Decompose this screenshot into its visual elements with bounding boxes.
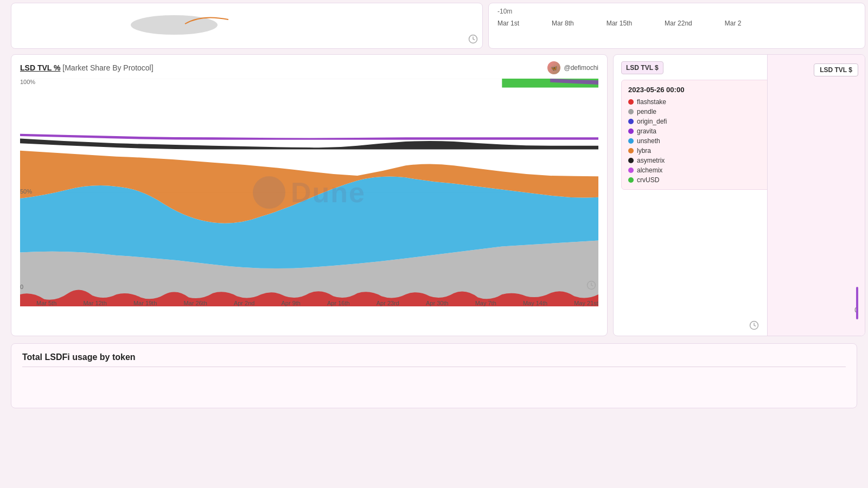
top-left-card <box>11 3 483 49</box>
x-label-3: Mar 26th <box>183 300 207 306</box>
area-chart <box>20 79 598 306</box>
x-label-2: Mar 19th <box>133 300 157 306</box>
y-axis-50: 50% <box>20 188 32 195</box>
chart-area: 100% 50% 0 <box>20 79 598 306</box>
chart-header: LSD TVL % [Market Share By Protocol] 🦋 @… <box>20 61 598 74</box>
right-panel-tab[interactable]: LSD TVL $ <box>814 63 858 76</box>
clock-icon <box>468 34 478 44</box>
x-label-1: Mar 12th <box>83 300 106 306</box>
bottom-section: Total LSDFi usage by token <box>11 343 857 408</box>
chart-author: 🦋 @defimochi <box>547 61 598 74</box>
right-panel-bar <box>856 287 858 319</box>
x-label-10: May 14th <box>523 300 547 306</box>
chart-clock-icon <box>586 280 596 290</box>
x-label-8: Apr 30th <box>426 300 449 306</box>
chart-card: LSD TVL % [Market Share By Protocol] 🦋 @… <box>11 54 608 336</box>
x-label-4: Apr 2nd <box>234 300 255 306</box>
y-axis-0: 0 <box>20 284 23 290</box>
chart-title-link[interactable]: LSD TVL % <box>20 63 60 72</box>
legend-clock-icon <box>749 320 759 330</box>
bottom-divider <box>22 367 846 367</box>
lsd-tvl-tab[interactable]: LSD TVL $ <box>621 61 663 74</box>
top-chart-decoration <box>120 9 228 41</box>
date-mar-end: Mar 2 <box>725 20 742 27</box>
x-label-7: Apr 23rd <box>376 300 399 306</box>
negative-label: -10m <box>497 8 856 15</box>
x-label-11: May 21st <box>574 300 598 306</box>
x-label-5: Apr 9th <box>281 300 300 306</box>
chart-title: LSD TVL % [Market Share By Protocol] <box>20 63 154 72</box>
author-name: @defimochi <box>564 64 598 72</box>
legend-panel: LSD TVL $ 2023-05-26 00:00 flashstake 3.… <box>613 54 865 336</box>
x-label-0: Mar 5th <box>36 300 56 306</box>
date-mar22: Mar 22nd <box>665 20 692 27</box>
y-axis-100: 100% <box>20 79 35 85</box>
author-avatar: 🦋 <box>547 61 560 74</box>
bottom-title: Total LSDFi usage by token <box>22 352 846 362</box>
date-mar8: Mar 8th <box>552 20 574 27</box>
top-right-card: -10m Mar 1st Mar 8th Mar 15th Mar 22nd M… <box>488 3 865 49</box>
x-axis-labels: Mar 5th Mar 12th Mar 19th Mar 26th Apr 2… <box>36 300 598 306</box>
top-right-dates: Mar 1st Mar 8th Mar 15th Mar 22nd Mar 2 <box>497 20 856 27</box>
right-side-panel: LSD TVL $ 0 <box>767 55 865 336</box>
chart-subtitle: [Market Share By Protocol] <box>62 63 153 72</box>
x-label-9: May 7th <box>475 300 496 306</box>
date-mar1: Mar 1st <box>497 20 519 27</box>
date-mar15: Mar 15th <box>607 20 632 27</box>
x-label-6: Apr 16th <box>327 300 350 306</box>
